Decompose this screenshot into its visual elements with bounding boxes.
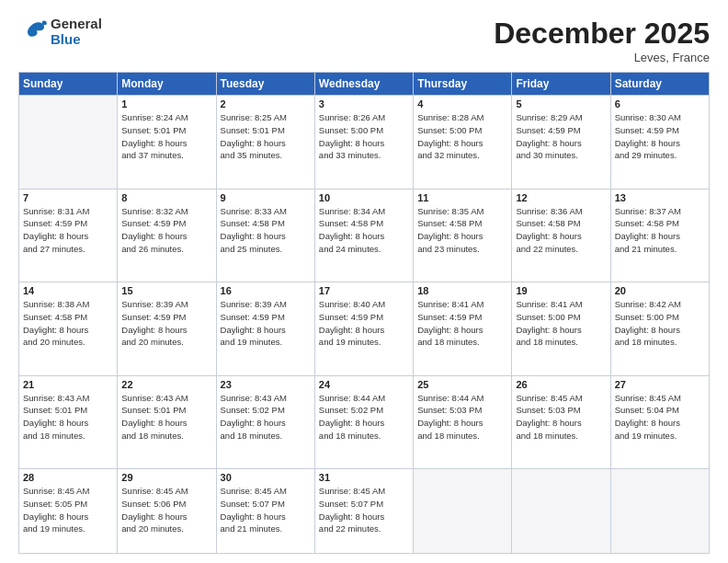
logo-bird-icon — [18, 17, 48, 47]
week-row-1: 1Sunrise: 8:24 AMSunset: 5:01 PMDaylight… — [19, 96, 710, 190]
day-number: 7 — [23, 192, 113, 203]
day-detail: Sunrise: 8:41 AMSunset: 4:59 PMDaylight:… — [417, 298, 507, 349]
day-number: 31 — [319, 472, 409, 483]
day-detail: Sunrise: 8:29 AMSunset: 4:59 PMDaylight:… — [516, 111, 606, 162]
day-number: 21 — [23, 379, 113, 390]
calendar-cell: 25Sunrise: 8:44 AMSunset: 5:03 PMDayligh… — [414, 375, 512, 469]
calendar-cell: 24Sunrise: 8:44 AMSunset: 5:02 PMDayligh… — [314, 375, 413, 469]
day-detail: Sunrise: 8:24 AMSunset: 5:01 PMDaylight:… — [121, 111, 211, 162]
month-title: December 2025 — [494, 17, 710, 51]
day-detail: Sunrise: 8:40 AMSunset: 4:59 PMDaylight:… — [319, 298, 409, 349]
calendar-cell: 18Sunrise: 8:41 AMSunset: 4:59 PMDayligh… — [414, 282, 512, 376]
calendar-cell — [512, 469, 610, 554]
day-detail: Sunrise: 8:39 AMSunset: 4:59 PMDaylight:… — [221, 298, 311, 349]
day-number: 6 — [615, 98, 705, 109]
calendar-cell: 15Sunrise: 8:39 AMSunset: 4:59 PMDayligh… — [118, 282, 216, 376]
day-detail: Sunrise: 8:28 AMSunset: 5:00 PMDaylight:… — [417, 111, 507, 162]
calendar-cell: 31Sunrise: 8:45 AMSunset: 5:07 PMDayligh… — [314, 469, 413, 554]
day-detail: Sunrise: 8:43 AMSunset: 5:01 PMDaylight:… — [23, 392, 113, 442]
calendar-header-row: SundayMondayTuesdayWednesdayThursdayFrid… — [19, 73, 710, 96]
day-number: 8 — [121, 192, 211, 203]
day-detail: Sunrise: 8:33 AMSunset: 4:58 PMDaylight:… — [221, 205, 311, 256]
day-number: 30 — [221, 472, 311, 483]
day-number: 23 — [221, 379, 311, 390]
title-block: December 2025 Leves, France — [494, 17, 710, 64]
day-detail: Sunrise: 8:45 AMSunset: 5:07 PMDaylight:… — [319, 485, 409, 535]
day-number: 13 — [615, 192, 705, 203]
day-number: 28 — [23, 472, 113, 483]
calendar-cell: 4Sunrise: 8:28 AMSunset: 5:00 PMDaylight… — [414, 96, 512, 190]
day-number: 27 — [615, 379, 705, 390]
day-number: 2 — [221, 98, 311, 109]
day-detail: Sunrise: 8:43 AMSunset: 5:01 PMDaylight:… — [121, 392, 211, 442]
day-number: 1 — [121, 98, 211, 109]
day-number: 18 — [417, 285, 507, 296]
calendar-cell: 9Sunrise: 8:33 AMSunset: 4:58 PMDaylight… — [216, 189, 314, 282]
day-detail: Sunrise: 8:45 AMSunset: 5:04 PMDaylight:… — [615, 392, 705, 442]
calendar-cell: 3Sunrise: 8:26 AMSunset: 5:00 PMDaylight… — [314, 96, 413, 190]
day-detail: Sunrise: 8:45 AMSunset: 5:07 PMDaylight:… — [221, 485, 311, 535]
day-detail: Sunrise: 8:45 AMSunset: 5:05 PMDaylight:… — [23, 485, 113, 535]
day-detail: Sunrise: 8:39 AMSunset: 4:59 PMDaylight:… — [121, 298, 211, 349]
calendar-cell: 17Sunrise: 8:40 AMSunset: 4:59 PMDayligh… — [314, 282, 413, 376]
day-detail: Sunrise: 8:35 AMSunset: 4:58 PMDaylight:… — [417, 205, 507, 256]
day-number: 12 — [516, 192, 606, 203]
day-number: 17 — [319, 285, 409, 296]
day-detail: Sunrise: 8:44 AMSunset: 5:02 PMDaylight:… — [319, 392, 409, 442]
day-detail: Sunrise: 8:36 AMSunset: 4:58 PMDaylight:… — [516, 205, 606, 256]
logo-general-text: General — [51, 17, 102, 32]
day-detail: Sunrise: 8:42 AMSunset: 5:00 PMDaylight:… — [615, 298, 705, 349]
col-header-sunday: Sunday — [19, 73, 118, 96]
col-header-saturday: Saturday — [610, 73, 709, 96]
week-row-2: 7Sunrise: 8:31 AMSunset: 4:59 PMDaylight… — [19, 189, 710, 282]
calendar-cell: 22Sunrise: 8:43 AMSunset: 5:01 PMDayligh… — [118, 375, 216, 469]
col-header-wednesday: Wednesday — [314, 73, 413, 96]
calendar-cell — [19, 96, 118, 190]
day-number: 22 — [121, 379, 211, 390]
header: General Blue December 2025 Leves, France — [18, 17, 710, 64]
day-detail: Sunrise: 8:38 AMSunset: 4:58 PMDaylight:… — [23, 298, 113, 349]
calendar-cell: 2Sunrise: 8:25 AMSunset: 5:01 PMDaylight… — [216, 96, 314, 190]
calendar-cell: 28Sunrise: 8:45 AMSunset: 5:05 PMDayligh… — [19, 469, 118, 554]
day-detail: Sunrise: 8:41 AMSunset: 5:00 PMDaylight:… — [516, 298, 606, 349]
day-detail: Sunrise: 8:26 AMSunset: 5:00 PMDaylight:… — [319, 111, 409, 162]
day-detail: Sunrise: 8:37 AMSunset: 4:58 PMDaylight:… — [615, 205, 705, 256]
day-number: 20 — [615, 285, 705, 296]
day-number: 16 — [221, 285, 311, 296]
location: Leves, France — [494, 51, 710, 64]
calendar-cell: 13Sunrise: 8:37 AMSunset: 4:58 PMDayligh… — [610, 189, 709, 282]
col-header-tuesday: Tuesday — [216, 73, 314, 96]
calendar-cell: 5Sunrise: 8:29 AMSunset: 4:59 PMDaylight… — [512, 96, 610, 190]
calendar-cell: 20Sunrise: 8:42 AMSunset: 5:00 PMDayligh… — [610, 282, 709, 376]
day-number: 26 — [516, 379, 606, 390]
day-number: 29 — [121, 472, 211, 483]
day-number: 10 — [319, 192, 409, 203]
calendar-cell: 10Sunrise: 8:34 AMSunset: 4:58 PMDayligh… — [314, 189, 413, 282]
logo: General Blue — [18, 17, 102, 47]
calendar-cell: 7Sunrise: 8:31 AMSunset: 4:59 PMDaylight… — [19, 189, 118, 282]
day-detail: Sunrise: 8:30 AMSunset: 4:59 PMDaylight:… — [615, 111, 705, 162]
day-number: 25 — [417, 379, 507, 390]
calendar-cell: 11Sunrise: 8:35 AMSunset: 4:58 PMDayligh… — [414, 189, 512, 282]
calendar-cell: 16Sunrise: 8:39 AMSunset: 4:59 PMDayligh… — [216, 282, 314, 376]
day-detail: Sunrise: 8:25 AMSunset: 5:01 PMDaylight:… — [221, 111, 311, 162]
day-detail: Sunrise: 8:32 AMSunset: 4:59 PMDaylight:… — [121, 205, 211, 256]
calendar-cell: 19Sunrise: 8:41 AMSunset: 5:00 PMDayligh… — [512, 282, 610, 376]
day-detail: Sunrise: 8:45 AMSunset: 5:03 PMDaylight:… — [516, 392, 606, 442]
day-number: 24 — [319, 379, 409, 390]
day-number: 14 — [23, 285, 113, 296]
calendar-cell: 23Sunrise: 8:43 AMSunset: 5:02 PMDayligh… — [216, 375, 314, 469]
week-row-5: 28Sunrise: 8:45 AMSunset: 5:05 PMDayligh… — [19, 469, 710, 554]
col-header-friday: Friday — [512, 73, 610, 96]
day-number: 5 — [516, 98, 606, 109]
day-number: 11 — [417, 192, 507, 203]
day-detail: Sunrise: 8:31 AMSunset: 4:59 PMDaylight:… — [23, 205, 113, 256]
calendar-cell: 8Sunrise: 8:32 AMSunset: 4:59 PMDaylight… — [118, 189, 216, 282]
calendar: SundayMondayTuesdayWednesdayThursdayFrid… — [18, 72, 710, 554]
day-number: 15 — [121, 285, 211, 296]
day-detail: Sunrise: 8:44 AMSunset: 5:03 PMDaylight:… — [417, 392, 507, 442]
logo-blue-text: Blue — [51, 32, 102, 48]
calendar-cell: 26Sunrise: 8:45 AMSunset: 5:03 PMDayligh… — [512, 375, 610, 469]
day-detail: Sunrise: 8:43 AMSunset: 5:02 PMDaylight:… — [221, 392, 311, 442]
calendar-cell: 12Sunrise: 8:36 AMSunset: 4:58 PMDayligh… — [512, 189, 610, 282]
